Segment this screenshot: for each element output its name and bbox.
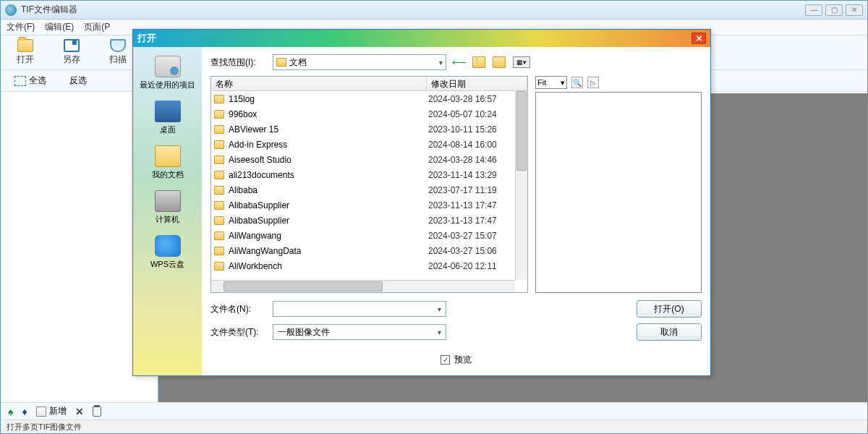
folder-icon [276, 58, 286, 67]
file-date: 2024-05-07 10:24 [428, 109, 497, 119]
dialog-close-button[interactable]: ✕ [692, 33, 706, 44]
save-as-button[interactable]: 另存 [54, 37, 89, 69]
file-date: 2024-03-28 14:46 [428, 155, 497, 165]
file-date: 2023-11-13 17:47 [428, 200, 497, 210]
folder-icon [214, 247, 224, 255]
close-button[interactable]: ✕ [846, 4, 863, 16]
look-in-value: 文档 [289, 56, 307, 69]
dialog-title: 打开 [137, 32, 156, 45]
main-titlebar: TIF文件编辑器 — ▢ ✕ [1, 1, 867, 20]
move-down-button[interactable]: ♦ [22, 406, 27, 417]
file-list[interactable]: 名称 修改日期 115log2024-03-28 16:57996box2024… [210, 76, 528, 293]
delete-page-button[interactable]: ✕ [75, 406, 84, 417]
places-item[interactable]: WPS云盘 [150, 235, 184, 270]
place-icon [155, 235, 181, 257]
folder-icon [214, 95, 224, 103]
folder-icon [214, 125, 224, 134]
chevron-down-icon: ▾ [439, 59, 443, 67]
vertical-scrollbar[interactable] [515, 91, 527, 280]
folder-open-icon [17, 39, 33, 52]
file-date: 2024-06-20 12:11 [428, 261, 497, 271]
folder-icon [214, 171, 224, 179]
places-item[interactable]: 桌面 [155, 101, 181, 135]
trash-button[interactable] [93, 407, 101, 417]
save-icon [64, 39, 80, 52]
folder-icon [214, 231, 224, 240]
file-row[interactable]: ali213documents2023-11-14 13:29 [211, 167, 527, 182]
place-label: 我的文档 [152, 169, 184, 180]
filetype-combo[interactable]: 一般图像文件▾ [273, 324, 446, 340]
place-icon [155, 56, 181, 77]
new-page-icon [36, 407, 46, 417]
file-name: 115log [229, 94, 428, 104]
file-name: AlibabaSupplier [229, 216, 428, 226]
look-in-combo[interactable]: 文档 ▾ [273, 54, 446, 70]
view-menu-button[interactable]: ▦▾ [513, 56, 530, 68]
file-row[interactable]: ABViewer 152023-10-11 15:26 [211, 122, 527, 137]
menu-edit[interactable]: 编辑(E) [45, 21, 74, 33]
page-toolbar: ♠ ♦ 新增 ✕ [1, 402, 867, 420]
folder-icon [214, 156, 224, 164]
select-all-icon [14, 76, 26, 86]
file-row[interactable]: Alibaba2023-07-17 11:19 [211, 182, 527, 197]
statusbar: 打开多页TIF图像文件 [1, 420, 867, 433]
dialog-titlebar[interactable]: 打开 ✕ [133, 30, 710, 47]
maximize-button[interactable]: ▢ [825, 4, 843, 16]
open-dialog: 打开 ✕ 最近使用的项目桌面我的文档计算机WPS云盘 查找范围(I): 文档 ▾… [132, 29, 711, 376]
places-item[interactable]: 计算机 [155, 190, 181, 225]
open-confirm-button[interactable]: 打开(O) [637, 300, 702, 318]
preview-pane [535, 92, 702, 293]
menu-file[interactable]: 文件(F) [7, 21, 35, 33]
status-text: 打开多页TIF图像文件 [7, 422, 82, 431]
scan-button[interactable]: 扫描 [101, 37, 135, 69]
file-name: ali213documents [229, 170, 428, 180]
file-date: 2023-11-13 17:47 [428, 216, 497, 226]
file-row[interactable]: AliWorkbench2024-06-20 12:11 [211, 258, 527, 273]
new-folder-button[interactable] [493, 56, 506, 68]
file-row[interactable]: 115log2024-03-28 16:57 [211, 91, 527, 106]
file-row[interactable]: Add-in Express2024-08-14 16:00 [211, 137, 527, 152]
select-all-button[interactable]: 全选 [8, 72, 53, 89]
open-button[interactable]: 打开 [8, 37, 43, 69]
app-icon [5, 4, 17, 16]
folder-icon [214, 140, 224, 149]
filename-input[interactable]: ▾ [273, 301, 446, 317]
invert-selection-button[interactable]: 反选 [63, 72, 93, 89]
places-item[interactable]: 我的文档 [152, 145, 184, 180]
zoom-tool-button[interactable]: 🔍 [571, 77, 583, 88]
place-label: 桌面 [160, 124, 176, 135]
file-row[interactable]: Aiseesoft Studio2024-03-28 14:46 [211, 152, 527, 167]
places-item[interactable]: 最近使用的项目 [140, 56, 195, 90]
folder-icon [214, 216, 224, 225]
horizontal-scrollbar[interactable] [211, 280, 515, 292]
file-row[interactable]: AlibabaSupplier2023-11-13 17:47 [211, 197, 527, 213]
app-title: TIF文件编辑器 [21, 4, 805, 16]
file-row[interactable]: 996box2024-05-07 10:24 [211, 106, 527, 122]
file-date: 2024-03-27 15:07 [428, 231, 497, 241]
cancel-button[interactable]: 取消 [637, 323, 702, 341]
file-row[interactable]: AliWangwang2024-03-27 15:07 [211, 228, 527, 243]
file-date: 2023-11-14 13:29 [428, 170, 497, 180]
menu-page[interactable]: 页面(P [84, 21, 110, 33]
minimize-button[interactable]: — [805, 4, 822, 16]
preview-checkbox[interactable]: ✓ [441, 355, 450, 365]
back-button[interactable]: ⟵ [452, 56, 465, 68]
file-name: AliWorkbench [229, 261, 428, 271]
folder-icon [214, 186, 224, 195]
file-row[interactable]: AlibabaSupplier2023-11-13 17:47 [211, 213, 527, 228]
column-date[interactable]: 修改日期 [427, 77, 527, 90]
column-name[interactable]: 名称 [211, 77, 427, 90]
move-up-button[interactable]: ♠ [8, 406, 13, 417]
chevron-down-icon: ▾ [438, 328, 441, 336]
new-page-button[interactable]: 新增 [36, 405, 67, 417]
file-date: 2024-03-27 15:06 [428, 246, 497, 256]
file-date: 2024-08-14 16:00 [428, 140, 497, 150]
up-one-level-button[interactable] [472, 56, 485, 68]
place-label: WPS云盘 [150, 259, 184, 270]
play-button[interactable]: ▷ [587, 77, 599, 88]
place-icon [155, 145, 181, 167]
zoom-combo[interactable]: Fit▾ [535, 76, 567, 89]
file-row[interactable]: AliWangWangData2024-03-27 15:06 [211, 243, 527, 258]
file-name: AliWangwang [229, 231, 428, 241]
file-name: 996box [229, 109, 428, 119]
